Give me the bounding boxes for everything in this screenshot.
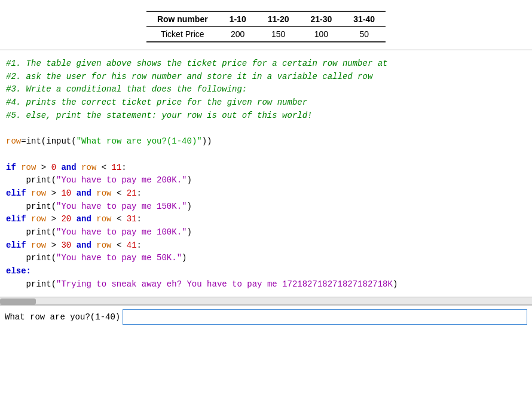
row-input[interactable] xyxy=(123,309,527,325)
if-line: if row > 0 and row < 11: xyxy=(6,162,526,175)
horizontal-scrollbar[interactable] xyxy=(0,297,532,305)
comment-line-4: #4. prints the correct ticket price for … xyxy=(6,96,526,109)
input-area: What row are you?(1-40) xyxy=(0,305,532,328)
cell-price-1-10: 200 xyxy=(219,27,257,42)
ticket-price-table: Row number 1-10 11-20 21-30 31-40 Ticket… xyxy=(146,11,386,42)
comment-line-1: #1. The table given above shows the tick… xyxy=(6,57,526,71)
elif-3-line: elif row > 30 and row < 41: xyxy=(6,239,526,252)
else-line: else: xyxy=(6,265,526,278)
cell-ticket-price-label: Ticket Price xyxy=(146,27,219,42)
scrollbar-thumb[interactable] xyxy=(0,299,36,304)
comment-line-2: #2. ask the user for his row number and … xyxy=(6,71,526,84)
cell-price-11-20: 150 xyxy=(257,27,300,42)
table-row: Ticket Price 200 150 100 50 xyxy=(146,27,386,42)
elif-2-print-line: print("You have to pay me 100K.") xyxy=(6,226,526,239)
cell-price-31-40: 50 xyxy=(343,27,386,42)
col-header-21-30: 21-30 xyxy=(300,11,343,27)
comment-line-5: #5. else, print the statement: your row … xyxy=(6,109,526,123)
blank-line-2 xyxy=(6,148,526,162)
elif-2-line: elif row > 20 and row < 31: xyxy=(6,213,526,226)
col-header-1-10: 1-10 xyxy=(219,11,257,27)
else-print-line: print("Trying to sneak away eh? You have… xyxy=(6,278,526,291)
code-section: #1. The table given above shows the tick… xyxy=(0,54,532,294)
main-container: Row number 1-10 11-20 21-30 31-40 Ticket… xyxy=(0,0,532,399)
col-header-row-number: Row number xyxy=(146,11,219,27)
if-print-line: print("You have to pay me 200K.") xyxy=(6,174,526,187)
table-section: Row number 1-10 11-20 21-30 31-40 Ticket… xyxy=(0,6,532,47)
blank-line-1 xyxy=(6,122,526,135)
elif-1-line: elif row > 10 and row < 21: xyxy=(6,187,526,200)
input-label: What row are you?(1-40) xyxy=(5,312,120,322)
col-header-31-40: 31-40 xyxy=(343,11,386,27)
cell-price-21-30: 100 xyxy=(300,27,343,42)
elif-1-print-line: print("You have to pay me 150K.") xyxy=(6,200,526,214)
input-assignment-line: row=int(input("What row are you?(1-40)")… xyxy=(6,135,526,148)
comment-line-3: #3. Write a conditional that does the fo… xyxy=(6,83,526,96)
elif-3-print-line: print("You have to pay me 50K.") xyxy=(6,252,526,265)
col-header-11-20: 11-20 xyxy=(257,11,300,27)
table-header-row: Row number 1-10 11-20 21-30 31-40 xyxy=(146,11,386,27)
section-divider xyxy=(0,50,532,50)
